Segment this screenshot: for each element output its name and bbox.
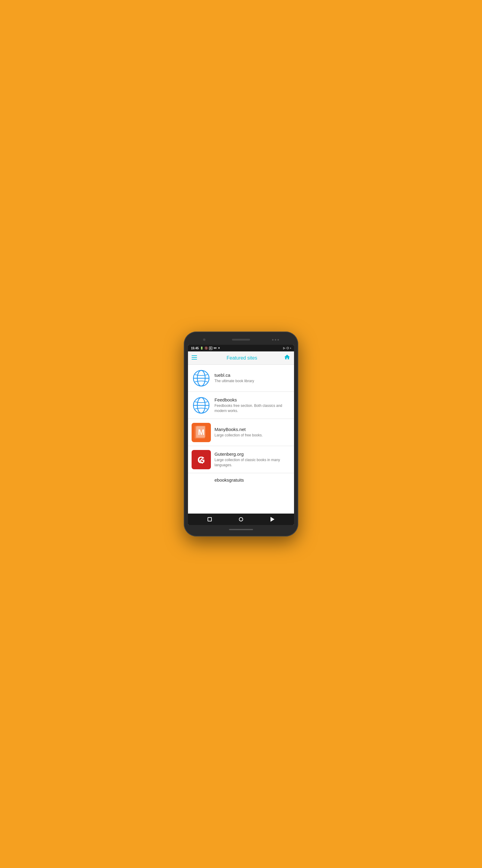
gutenberg-desc: Large collection of classic books in man… bbox=[215, 458, 290, 468]
phone-top-bar bbox=[188, 336, 294, 344]
gutenberg-name: Gutenberg.org bbox=[215, 452, 290, 457]
home-nav-icon bbox=[239, 517, 243, 521]
phone-camera bbox=[203, 338, 205, 341]
manybooks-icon-wrap: M bbox=[192, 423, 211, 442]
phone-chin bbox=[188, 527, 294, 532]
feedbooks-icon-wrap bbox=[192, 396, 211, 415]
svg-rect-2 bbox=[192, 359, 197, 360]
manybooks-name: ManyBooks.net bbox=[215, 427, 290, 432]
page-title: Featured sites bbox=[200, 355, 284, 361]
list-item[interactable]: tuebl.ca The ultimate book library bbox=[188, 365, 294, 392]
globe-icon bbox=[192, 369, 210, 387]
manybooks-logo: M bbox=[192, 423, 211, 442]
list-item[interactable]: ebooksgratuits bbox=[188, 473, 294, 487]
phone-screen: 15:45 🔋 📵 R ▾▾ ✦ ▷ ⬡ ▪ Fea bbox=[188, 345, 294, 525]
r-badge-icon: R bbox=[209, 347, 213, 350]
gutenberg-logo: G bbox=[192, 450, 211, 469]
manybooks-text: ManyBooks.net Large collection of free b… bbox=[215, 427, 290, 438]
phone-sensors bbox=[272, 339, 279, 341]
screenshot-icon: ▪ bbox=[290, 347, 291, 350]
back-icon bbox=[270, 517, 275, 522]
svg-rect-1 bbox=[192, 357, 197, 358]
globe-icon bbox=[192, 396, 210, 414]
list-item[interactable]: G Gutenberg.org Large collection of clas… bbox=[188, 446, 294, 473]
svg-text:M: M bbox=[198, 428, 204, 437]
play-store-icon: ▷ bbox=[283, 347, 285, 350]
tuebl-icon-wrap bbox=[192, 369, 211, 388]
svg-rect-0 bbox=[192, 355, 197, 356]
sites-list: tuebl.ca The ultimate book library bbox=[188, 365, 294, 514]
phone-speaker bbox=[232, 339, 250, 341]
cast-icon: ⬡ bbox=[287, 347, 289, 350]
signal-icon: 📵 bbox=[204, 347, 208, 350]
recents-button[interactable] bbox=[205, 515, 215, 524]
gutenberg-icon-wrap: G bbox=[192, 450, 211, 469]
home-bar-indicator bbox=[229, 529, 253, 530]
status-left: 15:45 🔋 📵 R ▾▾ ✦ bbox=[191, 347, 220, 350]
tuebl-desc: The ultimate book library bbox=[215, 378, 290, 384]
feedbooks-name: Feedbooks bbox=[215, 397, 290, 402]
app-bar: Featured sites bbox=[188, 351, 294, 365]
wifi-icon: ▾▾ bbox=[214, 347, 217, 350]
feedbooks-desc: Feedbooks free section. Both classics an… bbox=[215, 403, 290, 413]
gutenberg-text: Gutenberg.org Large collection of classi… bbox=[215, 452, 290, 468]
recents-icon bbox=[207, 517, 212, 521]
phone-device: 15:45 🔋 📵 R ▾▾ ✦ ▷ ⬡ ▪ Fea bbox=[184, 332, 298, 536]
tuebl-name: tuebl.ca bbox=[215, 373, 290, 378]
tuebl-text: tuebl.ca The ultimate book library bbox=[215, 373, 290, 384]
battery-icon: 🔋 bbox=[200, 347, 203, 350]
status-right: ▷ ⬡ ▪ bbox=[283, 347, 291, 350]
manybooks-desc: Large collection of free books. bbox=[215, 433, 290, 438]
back-button[interactable] bbox=[267, 515, 277, 524]
feedbooks-text: Feedbooks Feedbooks free section. Both c… bbox=[215, 397, 290, 413]
list-item[interactable]: Feedbooks Feedbooks free section. Both c… bbox=[188, 392, 294, 419]
status-bar: 15:45 🔋 📵 R ▾▾ ✦ ▷ ⬡ ▪ bbox=[188, 345, 294, 351]
home-nav-button[interactable] bbox=[236, 515, 246, 524]
status-time: 15:45 bbox=[191, 347, 199, 350]
partial-site-name: ebooksgratuits bbox=[215, 477, 244, 483]
bluetooth-icon: ✦ bbox=[218, 347, 220, 350]
home-button-icon[interactable] bbox=[284, 354, 290, 362]
hamburger-menu-icon[interactable] bbox=[192, 355, 197, 361]
list-item[interactable]: M ManyBooks.net Large collection of free… bbox=[188, 419, 294, 446]
navigation-bar bbox=[188, 514, 294, 525]
